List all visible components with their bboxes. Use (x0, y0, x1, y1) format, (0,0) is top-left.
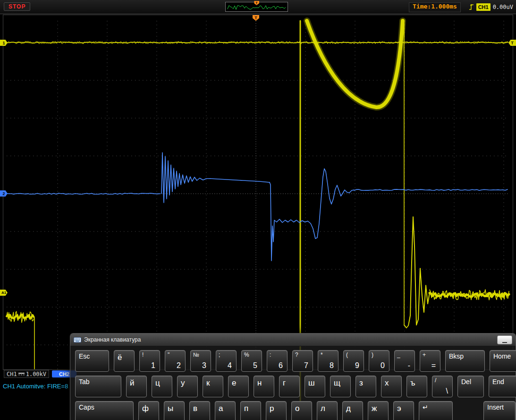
key-home[interactable]: Home (490, 350, 516, 372)
key-у[interactable]: у (177, 376, 198, 397)
trigger-readout: CH1 0.00uV (469, 2, 513, 12)
key-к[interactable]: к (203, 376, 223, 397)
key-а[interactable]: а (215, 401, 236, 420)
key-equals[interactable]: += (420, 350, 440, 372)
key-ъ[interactable]: ъ (406, 376, 427, 397)
key-9[interactable]: (9 (343, 350, 364, 372)
keyboard-row: Capsфывапролджэ↵Insert (75, 401, 516, 420)
ch1-scale-readout: CH1 1.00kV (4, 370, 49, 378)
keyboard-rows: Escё!1"2№3;4%5:6?7*8(9)0_-+=BkspHomeTabй… (70, 346, 516, 420)
key-4[interactable]: ;4 (216, 350, 237, 372)
key-tab[interactable]: Tab (75, 376, 121, 397)
key-э[interactable]: э (393, 401, 414, 420)
minimize-button[interactable] (497, 335, 512, 344)
key-enter[interactable]: ↵ (419, 401, 453, 420)
keyboard-titlebar[interactable]: Экранная клавиатура (70, 334, 516, 346)
key-щ[interactable]: щ (330, 376, 351, 397)
key-й[interactable]: й (126, 376, 147, 397)
key-backslash[interactable]: /\ (432, 376, 453, 397)
keyboard-title: Экранная клавиатура (84, 336, 494, 343)
key-8[interactable]: *8 (318, 350, 338, 372)
key-ц[interactable]: ц (152, 376, 172, 397)
key-о[interactable]: о (291, 401, 312, 420)
key-caps[interactable]: Caps (75, 401, 134, 420)
dc-coupling-icon (18, 372, 25, 376)
keyboard-row: Escё!1"2№3;4%5:6?7*8(9)0_-+=BkspHome (75, 350, 516, 372)
key-insert[interactable]: Insert (483, 401, 516, 420)
trigger-level-readout: 0.00uV (493, 4, 513, 10)
key-3[interactable]: №3 (190, 350, 211, 372)
key-л[interactable]: л (317, 401, 338, 420)
key-р[interactable]: р (266, 401, 287, 420)
key-7[interactable]: ?7 (292, 350, 313, 372)
key-д[interactable]: д (342, 401, 363, 420)
keyboard-row: Tabйцукенгшщзхъ/\DelEnd (75, 376, 516, 397)
key-ф[interactable]: ф (138, 401, 159, 420)
key-2[interactable]: "2 (165, 350, 186, 372)
key-1[interactable]: !1 (139, 350, 160, 372)
key-ш[interactable]: ш (305, 376, 325, 397)
key-bksp[interactable]: Bksp (445, 350, 485, 372)
trigger-edge-icon (469, 3, 474, 11)
ch1-scale-channel: CH1 (7, 371, 17, 377)
key-ж[interactable]: ж (368, 401, 389, 420)
key-minus[interactable]: _- (394, 350, 415, 372)
key-0[interactable]: )0 (369, 350, 389, 372)
graticule-frame (3, 15, 513, 370)
trigger-source-badge: CH1 (476, 3, 491, 11)
ch1-scale-value: 1.00kV (26, 371, 46, 377)
trigger-preview-box: T (225, 2, 288, 12)
key-п[interactable]: п (240, 401, 261, 420)
key-в[interactable]: в (189, 401, 210, 420)
decode-status-text: CH1 Automitve: FIRE=8 (3, 383, 68, 390)
key-6[interactable]: :6 (267, 350, 288, 372)
timebase-readout: Time:1.000ms (409, 2, 461, 12)
key-io[interactable]: ё (114, 350, 135, 372)
key-н[interactable]: н (254, 376, 274, 397)
keyboard-icon (74, 337, 81, 343)
key-х[interactable]: х (381, 376, 402, 397)
minimize-icon (502, 342, 507, 343)
acquisition-status: STOP (4, 2, 30, 11)
onscreen-keyboard-window: Экранная клавиатура Escё!1"2№3;4%5:6?7*8… (70, 333, 516, 420)
key-з[interactable]: з (355, 376, 376, 397)
key-end[interactable]: End (489, 376, 516, 397)
key-5[interactable]: %5 (241, 350, 262, 372)
oscilloscope-screen: STOP T Time:1.000ms CH1 0.00uV 1 2 A1 T … (0, 0, 516, 420)
key-е[interactable]: е (228, 376, 249, 397)
status-bar: STOP T Time:1.000ms CH1 0.00uV (0, 0, 516, 14)
key-esc[interactable]: Esc (75, 350, 109, 372)
key-г[interactable]: г (279, 376, 300, 397)
key-del[interactable]: Del (457, 376, 484, 397)
preview-wave (228, 6, 286, 9)
key-ы[interactable]: ы (164, 401, 185, 420)
